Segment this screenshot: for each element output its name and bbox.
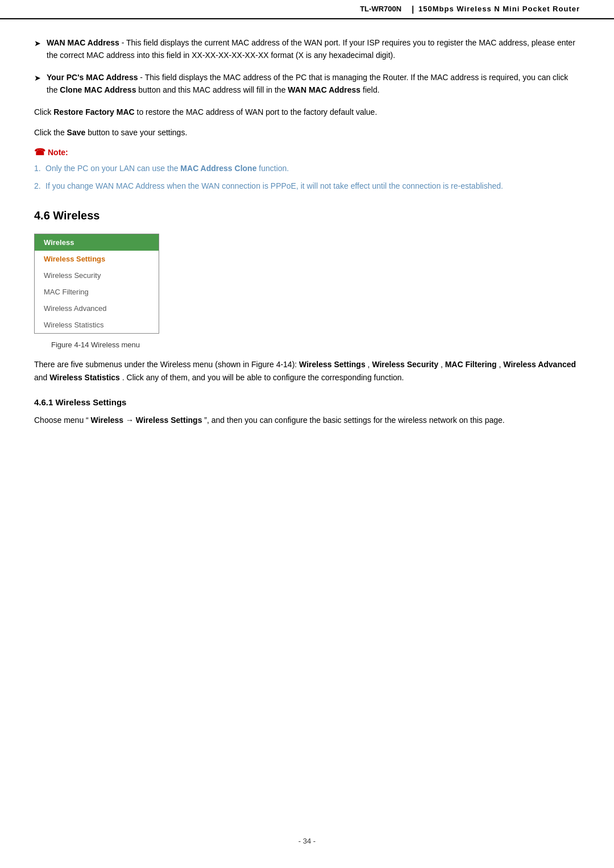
- restore-text-post: to restore the MAC address of WAN port t…: [137, 107, 377, 117]
- note-list: Only the PC on your LAN can use the MAC …: [34, 162, 580, 192]
- note-label: Note:: [48, 148, 68, 157]
- note-item-1: Only the PC on your LAN can use the MAC …: [34, 162, 580, 175]
- page-footer: - 34 -: [0, 837, 614, 845]
- sub-para-pre: Choose menu “: [34, 416, 89, 425]
- subsection-number: 4.6.1: [34, 397, 56, 407]
- wireless-menu-settings[interactable]: Wireless Settings: [35, 251, 159, 267]
- section-title: Wireless: [53, 209, 99, 222]
- note-section: ☎ Note: Only the PC on your LAN can use …: [34, 147, 580, 192]
- desc-security: Wireless Security: [372, 360, 438, 369]
- page-header: TL-WR700N | 150Mbps Wireless N Mini Pock…: [0, 0, 614, 19]
- wireless-description: There are five submenus under the Wirele…: [34, 358, 580, 384]
- bullet-arrow-2: ➤: [34, 72, 41, 97]
- wan-mac-label: WAN MAC Address: [47, 38, 119, 47]
- section-number: 4.6: [34, 209, 53, 222]
- sub-para-post: ”, and then you can configure the basic …: [204, 416, 504, 425]
- wireless-menu-statistics[interactable]: Wireless Statistics: [35, 317, 159, 333]
- wireless-menu-mac-filtering[interactable]: MAC Filtering: [35, 284, 159, 300]
- figure-caption: Figure 4-14 Wireless menu: [34, 340, 140, 349]
- pc-mac-label: Your PC's MAC Address: [47, 73, 138, 82]
- save-paragraph: Click the Save button to save your setti…: [34, 126, 580, 139]
- pc-mac-desc2: button and this MAC address will fill in…: [138, 85, 288, 94]
- desc-post: . Click any of them, and you will be abl…: [122, 373, 404, 382]
- main-content: ➤ WAN MAC Address - This field displays …: [0, 36, 614, 426]
- sub-para-arrow: →: [126, 416, 136, 425]
- wireless-menu-advanced[interactable]: Wireless Advanced: [35, 300, 159, 317]
- restore-text-pre: Click: [34, 107, 53, 117]
- save-text-post: button to save your settings.: [88, 128, 187, 137]
- subsection-title: Wireless Settings: [56, 397, 127, 407]
- desc-pre: There are five submenus under the Wirele…: [34, 360, 299, 369]
- note-icon: ☎: [34, 147, 45, 157]
- sub-para-wireless: Wireless: [91, 416, 123, 425]
- note-header: ☎ Note:: [34, 147, 580, 157]
- mac-clone-link: MAC Address Clone: [180, 164, 256, 173]
- save-label: Save: [67, 128, 86, 137]
- save-text-pre: Click the: [34, 128, 67, 137]
- model-number: TL-WR700N: [360, 5, 401, 14]
- desc-comma2: ,: [441, 360, 445, 369]
- desc-and: and: [34, 373, 49, 382]
- sub-para-settings: Wireless Settings: [136, 416, 202, 425]
- bullet-wan-mac-text: WAN MAC Address - This field displays th…: [47, 36, 580, 62]
- restore-factory-label: Restore Factory MAC: [53, 107, 134, 117]
- desc-settings: Wireless Settings: [299, 360, 366, 369]
- subsection-heading-settings: 4.6.1 Wireless Settings: [34, 397, 580, 407]
- bullet-pc-mac: ➤ Your PC's MAC Address - This field dis…: [34, 71, 580, 97]
- page-number: - 34 -: [298, 837, 316, 845]
- desc-mac: MAC Filtering: [445, 360, 497, 369]
- section-heading-wireless: 4.6 Wireless: [34, 209, 580, 222]
- bullet-pc-mac-text: Your PC's MAC Address - This field displ…: [47, 71, 580, 97]
- bullet-wan-mac: ➤ WAN MAC Address - This field displays …: [34, 36, 580, 62]
- pc-mac-desc3: field.: [363, 85, 380, 94]
- note-item-2: If you change WAN MAC Address when the W…: [34, 180, 580, 192]
- page-container: TL-WR700N | 150Mbps Wireless N Mini Pock…: [0, 0, 614, 868]
- wireless-menu-container: Wireless Wireless Settings Wireless Secu…: [34, 234, 580, 349]
- wireless-menu: Wireless Wireless Settings Wireless Secu…: [34, 234, 159, 334]
- wireless-menu-header[interactable]: Wireless: [35, 234, 159, 251]
- desc-statistics: Wireless Statistics: [49, 373, 120, 382]
- bullet-arrow-1: ➤: [34, 37, 41, 62]
- header-title: 150Mbps Wireless N Mini Pocket Router: [418, 5, 580, 14]
- subsection-paragraph: Choose menu “ Wireless → Wireless Settin…: [34, 414, 580, 426]
- desc-advanced: Wireless Advanced: [503, 360, 576, 369]
- wan-mac-field-label: WAN MAC Address: [288, 85, 360, 94]
- wireless-menu-security[interactable]: Wireless Security: [35, 267, 159, 284]
- clone-mac-label: Clone MAC Address: [60, 85, 136, 94]
- restore-factory-paragraph: Click Restore Factory MAC to restore the…: [34, 106, 580, 118]
- wan-mac-description: - This field displays the current MAC ad…: [47, 38, 575, 60]
